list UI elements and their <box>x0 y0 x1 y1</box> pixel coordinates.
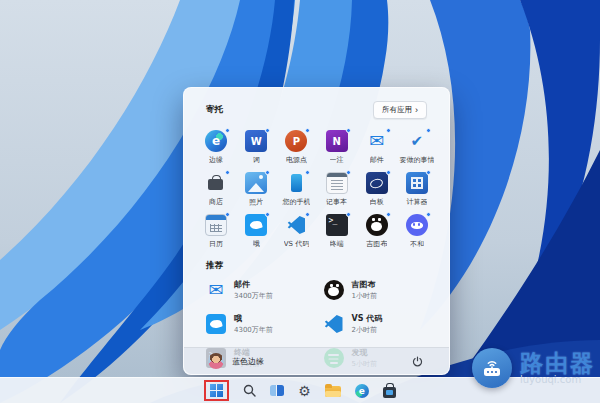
pinned-app[interactable]: 照片 <box>236 168 276 210</box>
new-badge-dot <box>426 212 431 217</box>
task-view-icon <box>270 385 284 396</box>
all-apps-button[interactable]: 所有应用 › <box>373 101 427 119</box>
whiteboard-icon <box>366 172 388 194</box>
github-icon <box>324 280 344 300</box>
edge-icon <box>205 130 227 152</box>
recommended-item-title: 哦 <box>234 313 273 324</box>
pinned-app-label: 照片 <box>249 197 263 207</box>
word-icon <box>245 130 267 152</box>
pinned-app[interactable]: 边缘 <box>196 126 236 168</box>
notepad-icon <box>326 172 348 194</box>
onenote-icon <box>326 130 348 152</box>
new-badge-dot <box>426 128 431 133</box>
recommended-item-timestamp: 1小时前 <box>352 291 377 301</box>
pinned-app-label: 要做的事情 <box>399 155 434 165</box>
site-watermark: 路由器 luyouqi.com <box>472 348 595 388</box>
terminal-icon <box>326 214 348 236</box>
new-badge-dot <box>305 212 310 217</box>
start-button[interactable] <box>210 384 223 397</box>
pinned-app[interactable]: 邮件 <box>357 126 397 168</box>
pinned-app[interactable]: 记事本 <box>317 168 357 210</box>
pinned-app[interactable]: 计算器 <box>397 168 437 210</box>
mail-icon <box>366 130 388 152</box>
pinned-app-label: 不和 <box>410 239 424 249</box>
router-logo-circle <box>472 348 512 388</box>
twitter-icon <box>206 314 226 334</box>
recommended-item-title: 邮件 <box>234 279 273 290</box>
discord-icon <box>406 214 428 236</box>
pinned-app[interactable]: 商店 <box>196 168 236 210</box>
pinned-app[interactable]: 哦 <box>236 210 276 252</box>
pinned-app-label: 吉图布 <box>366 239 387 249</box>
pinned-app-label: 邮件 <box>370 155 384 165</box>
recommended-item[interactable]: VS 代码 2小时前 <box>318 311 434 337</box>
pinned-section-title: 寄托 <box>206 104 223 116</box>
pinned-app[interactable]: 不和 <box>397 210 437 252</box>
gear-icon: ⚙ <box>298 384 311 398</box>
settings-button[interactable]: ⚙ <box>298 384 311 398</box>
search-icon <box>243 384 256 397</box>
new-badge-dot <box>386 170 391 175</box>
start-menu: 寄托 所有应用 › 边缘 <box>183 87 450 375</box>
folder-icon <box>325 386 341 397</box>
recommended-item[interactable]: 邮件 3400万年前 <box>200 277 316 303</box>
new-badge-dot <box>386 128 391 133</box>
new-badge-dot <box>346 212 351 217</box>
search-button[interactable] <box>243 384 256 397</box>
new-badge-dot <box>346 170 351 175</box>
pinned-app-label: 计算器 <box>406 197 427 207</box>
new-badge-dot <box>386 212 391 217</box>
pinned-app-label: 记事本 <box>326 197 347 207</box>
power-button[interactable] <box>409 353 425 369</box>
microsoft-store-button[interactable] <box>383 384 396 398</box>
pinned-app[interactable]: 电源点 <box>276 126 316 168</box>
windows-logo-icon <box>210 384 223 397</box>
new-badge-dot <box>426 170 431 175</box>
user-name: 蓝色边缘 <box>232 356 264 367</box>
calculator-icon <box>406 172 428 194</box>
pinned-app-label: 您的手机 <box>282 197 310 207</box>
edge-browser-icon: e <box>355 384 369 398</box>
recommended-item-timestamp: 3400万年前 <box>234 291 273 301</box>
pinned-app[interactable]: 您的手机 <box>276 168 316 210</box>
powerpoint-icon <box>285 130 307 152</box>
file-explorer-button[interactable] <box>325 384 341 397</box>
recommended-item-timestamp: 4300万年前 <box>234 325 273 335</box>
new-badge-dot <box>265 128 270 133</box>
new-badge-dot <box>225 212 230 217</box>
pinned-app[interactable]: 日历 <box>196 210 236 252</box>
recommended-item[interactable]: 吉图布 1小时前 <box>318 277 434 303</box>
new-badge-dot <box>346 128 351 133</box>
edge-browser-button[interactable]: e <box>355 384 369 398</box>
pinned-app-label: 电源点 <box>286 155 307 165</box>
pinned-apps-grid: 边缘 词 电源点 <box>184 124 449 252</box>
pinned-app-label: 日历 <box>209 239 223 249</box>
task-view-button[interactable] <box>270 385 284 396</box>
pinned-app[interactable]: 要做的事情 <box>397 126 437 168</box>
pinned-app-label: 商店 <box>209 197 223 207</box>
store-bag-icon <box>383 387 396 398</box>
calendar-icon <box>205 214 227 236</box>
watermark-url: luyouqi.com <box>520 374 595 385</box>
recommended-item[interactable]: 哦 4300万年前 <box>200 311 316 337</box>
new-badge-dot <box>225 170 230 175</box>
pinned-app-label: VS 代码 <box>284 239 309 249</box>
pinned-app[interactable]: 一注 <box>317 126 357 168</box>
pinned-app[interactable]: 白板 <box>357 168 397 210</box>
user-account-button[interactable]: 蓝色边缘 <box>208 353 264 369</box>
vscode-icon <box>285 214 307 236</box>
pinned-app[interactable]: VS 代码 <box>276 210 316 252</box>
pinned-app[interactable]: 吉图布 <box>357 210 397 252</box>
pinned-app-label: 一注 <box>330 155 344 165</box>
pinned-app[interactable]: 终端 <box>317 210 357 252</box>
watermark-title: 路由器 <box>520 351 595 375</box>
pinned-app-label: 终端 <box>330 239 344 249</box>
desktop: 寄托 所有应用 › 边缘 <box>0 0 600 403</box>
twitter-icon <box>245 214 267 236</box>
your-phone-icon <box>285 172 307 194</box>
pinned-app-label: 白板 <box>370 197 384 207</box>
pinned-app-label: 边缘 <box>209 155 223 165</box>
all-apps-label: 所有应用 <box>382 105 412 115</box>
pinned-app[interactable]: 词 <box>236 126 276 168</box>
new-badge-dot <box>305 128 310 133</box>
